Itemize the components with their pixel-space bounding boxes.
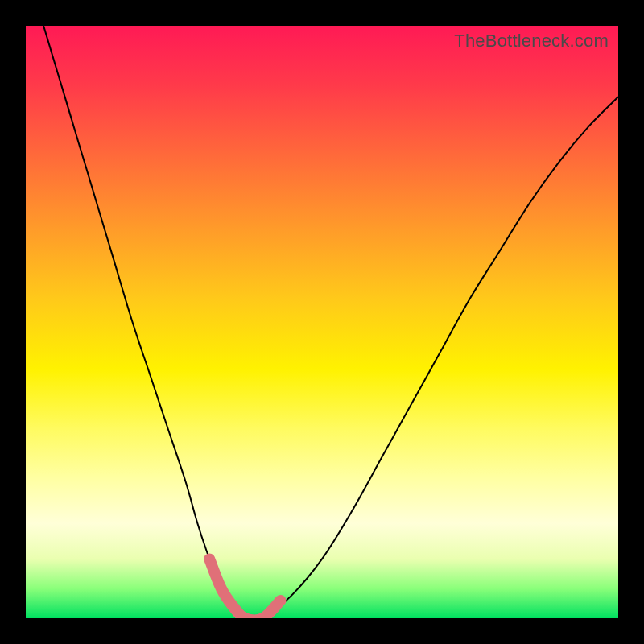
curve-svg [26,26,618,618]
chart-frame: TheBottleneck.com [0,0,644,644]
optimal-range-marker [209,559,280,618]
bottleneck-curve [43,26,618,618]
plot-area: TheBottleneck.com [26,26,618,618]
